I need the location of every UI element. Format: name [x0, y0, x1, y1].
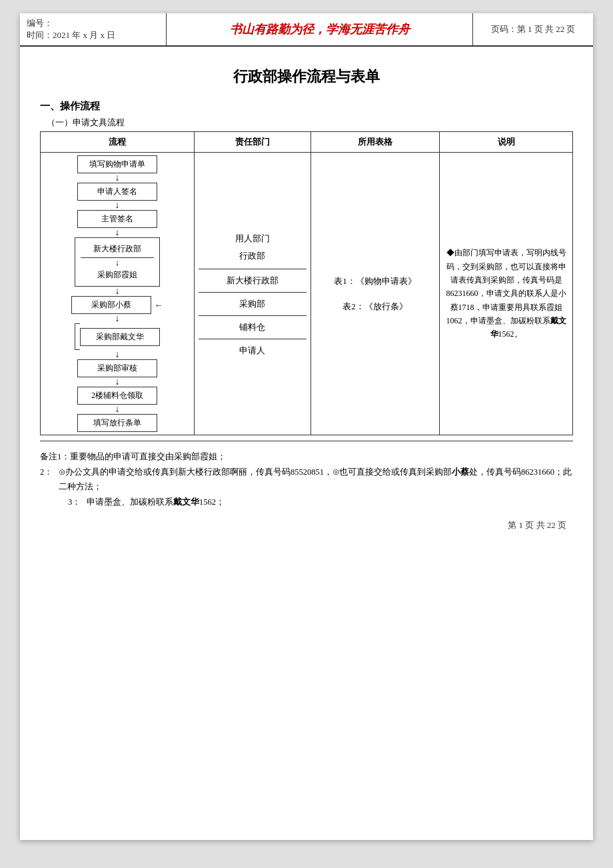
page-number: 第 1 页 共 22 页 [20, 509, 593, 538]
divider-line [40, 441, 573, 441]
flow-step-1: 填写购物申请单 [77, 155, 157, 173]
flow-step-10: 填写放行条单 [77, 414, 157, 432]
arrow-4: ↓ [115, 258, 120, 267]
col-header-flow: 流程 [41, 132, 195, 153]
code-label: 编号： [27, 17, 159, 29]
note-cell: ◆由部门填写申请表，写明内线号码，交到采购部，也可以直接将申请表传真到采购部，传… [440, 153, 573, 435]
flow-step-9: 2楼辅料仓领取 [77, 387, 157, 405]
arrow-9: ↓ [115, 405, 119, 414]
flow-step-3: 主管签名 [77, 210, 157, 228]
forms-cell: 表1：《购物申请表》 表2：《放行条》 [310, 153, 440, 435]
note-text-1: 重要物品的申请可直接交由采购部霞姐； [70, 449, 573, 465]
sub-section-title: （一）申请文具流程 [47, 117, 573, 129]
resp-new-building: 新大楼行政部 [227, 275, 279, 287]
resp-group-2: 新大楼行政部 [199, 269, 306, 293]
flow-step-8: 采购部审核 [77, 359, 157, 377]
arrow-3: ↓ [115, 228, 119, 237]
flow-step-7-row: 采购部戴文华 [75, 323, 160, 350]
form-2: 表2：《放行条》 [315, 294, 436, 319]
resp-storage: 铺料仓 [239, 321, 265, 333]
note-text: ◆由部门填写申请表，写明内线号码，交到采购部，也可以直接将申请表传真到采购部，传… [446, 248, 566, 339]
arrow-2: ↓ [115, 201, 119, 210]
footer-note-3: 3： 申请墨盒、加碳粉联系戴文华1562； [40, 495, 573, 510]
footer-note-1: 备注1： 重要物品的申请可直接交由采购部霞姐； [40, 449, 573, 465]
resp-admin-dept: 行政部 [239, 250, 265, 262]
footer-notes: 备注1： 重要物品的申请可直接交由采购部霞姐； 2： ⊙办公文具的申请交给或传真… [40, 449, 573, 509]
header-left: 编号： 时间：2021 年 x 月 x 日 [20, 13, 167, 45]
document-title: 行政部操作流程与表单 [20, 67, 593, 87]
flow-step-6: 采购部小蔡 [71, 296, 151, 314]
col-header-note: 说明 [440, 132, 573, 153]
note-num-3: 3： [68, 495, 87, 510]
bracket-indicator [75, 323, 80, 350]
arrow-6: ↓ [115, 314, 119, 323]
note-text-2: ⊙办公文具的申请交给或传真到新大楼行政部啊丽，传真号码85520851，⊙也可直… [59, 465, 573, 495]
note-text-3: 申请墨盒、加碳粉联系戴文华1562； [87, 495, 573, 510]
resp-group-1: 用人部门 行政部 [199, 226, 306, 269]
page-info: 页码：第 1 页 共 22 页 [491, 23, 576, 35]
flow-step-4: 新大楼行政部 [81, 241, 154, 258]
footer-note-2: 2： ⊙办公文具的申请交给或传真到新大楼行政部啊丽，传真号码85520851，⊙… [40, 465, 573, 495]
flow-diagram: 填写购物申请单 ↓ 申请人签名 ↓ 主管签名 ↓ 新大楼行政部 ↓ 采购部霞姐 [45, 155, 190, 432]
page-header: 编号： 时间：2021 年 x 月 x 日 书山有路勤为径，学海无涯苦作舟 页码… [20, 13, 593, 47]
flow-step-7: 采购部戴文华 [80, 328, 160, 346]
page-number-text: 第 1 页 共 22 页 [508, 520, 566, 530]
form-1: 表1：《购物申请表》 [315, 269, 436, 294]
note-num-2: 2： [40, 465, 59, 495]
flow-step-2: 申请人签名 [77, 183, 157, 201]
resp-group-4: 铺料仓 [199, 316, 306, 339]
section1-title: 一、操作流程 [40, 100, 573, 113]
header-center: 书山有路勤为径，学海无涯苦作舟 [167, 13, 473, 45]
arrow-7: ↓ [115, 350, 119, 359]
responsibility-cell: 用人部门 行政部 新大楼行政部 采购部 铺料仓 [194, 153, 310, 435]
col-header-resp: 责任部门 [194, 132, 310, 153]
slogan-text: 书山有路勤为径，学海无涯苦作舟 [230, 21, 410, 37]
resp-group-3: 采购部 [199, 293, 306, 316]
resp-purchase-dept: 采购部 [239, 298, 265, 310]
resp-applicant: 申请人 [239, 345, 265, 357]
arrow-5: ↓ [115, 287, 119, 296]
header-right: 页码：第 1 页 共 22 页 [473, 13, 593, 45]
note-num-1: 备注1： [40, 449, 70, 465]
arrow-left-6: ← [154, 300, 163, 311]
flow-table: 流程 责任部门 所用表格 说明 填写购物申请单 ↓ 申请人签名 ↓ [40, 131, 573, 435]
resp-user-dept: 用人部门 [235, 233, 270, 245]
arrow-8: ↓ [115, 377, 119, 387]
flow-diagram-cell: 填写购物申请单 ↓ 申请人签名 ↓ 主管签名 ↓ 新大楼行政部 ↓ 采购部霞姐 [41, 153, 195, 435]
col-header-form: 所用表格 [310, 132, 440, 153]
flow-step-5: 采购部霞姐 [81, 267, 154, 283]
flow-step-6-row: 采购部小蔡 ← [71, 296, 163, 314]
arrow-1: ↓ [115, 173, 119, 183]
time-label: 时间：2021 年 x 月 x 日 [27, 29, 159, 41]
resp-group-5: 申请人 [199, 339, 306, 362]
